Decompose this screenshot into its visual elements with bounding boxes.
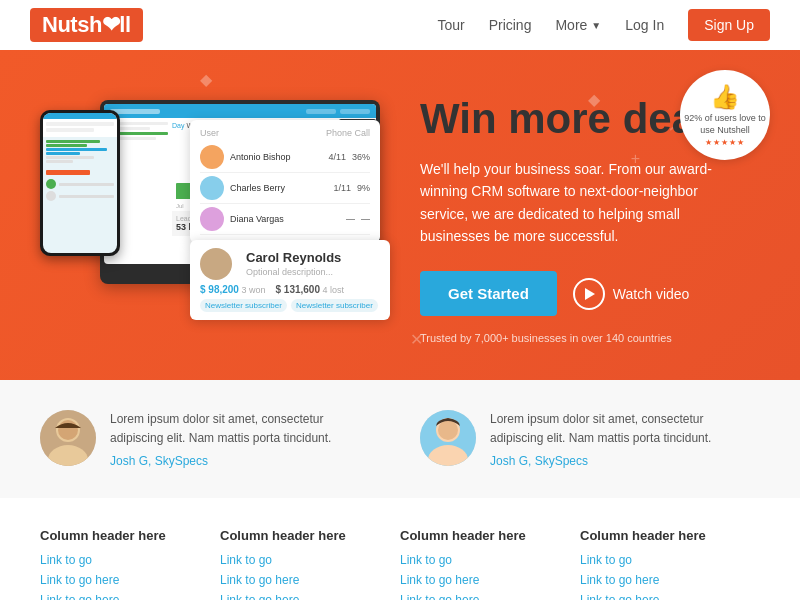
hero-content: 👍 92% of users love to use Nutshell ★★★★… <box>400 50 800 380</box>
footer-col-4: Column header here Link to go Link to go… <box>580 528 760 600</box>
avatar-svg-2 <box>420 410 476 466</box>
avatar-2 <box>200 176 224 200</box>
badge-text: 92% of users love to use Nutshell <box>680 113 770 136</box>
footer-link-1-0[interactable]: Link to go <box>40 553 220 567</box>
nav-tour[interactable]: Tour <box>437 17 464 33</box>
testimonials-section: Lorem ipsum dolor sit amet, consectetur … <box>0 380 800 498</box>
contact-desc: Optional description... <box>246 267 341 277</box>
phonecall-col-header: Phone Call <box>326 128 370 138</box>
user-row-2: Charles Berry 1/11 9% <box>200 173 370 204</box>
footer-links-section: Column header here Link to go Link to go… <box>0 498 800 600</box>
nav-more[interactable]: More ▼ <box>555 17 601 33</box>
stat-1b: 36% <box>352 152 370 162</box>
nav-login[interactable]: Log In <box>625 17 664 33</box>
footer-link-3-0[interactable]: Link to go <box>400 553 580 567</box>
play-icon <box>573 278 605 310</box>
footer-link-2-0[interactable]: Link to go <box>220 553 400 567</box>
avatar-1 <box>200 145 224 169</box>
testimonial-text-1: Lorem ipsum dolor sit amet, consectetur … <box>110 410 380 448</box>
contact-label2: 4 lost <box>323 285 345 295</box>
footer-col-header-2: Column header here <box>220 528 400 543</box>
testimonial-content-2: Lorem ipsum dolor sit amet, consectetur … <box>490 410 760 468</box>
hero-section: ◆ + ✕ ◆ + <box>0 50 800 380</box>
footer-col-header-1: Column header here <box>40 528 220 543</box>
footer-col-2: Column header here Link to go Link to go… <box>220 528 400 600</box>
logo[interactable]: Nutsh❤ll <box>30 8 143 42</box>
footer-col-header-4: Column header here <box>580 528 760 543</box>
footer-col-1: Column header here Link to go Link to go… <box>40 528 220 600</box>
testimonial-1: Lorem ipsum dolor sit amet, consectetur … <box>40 410 380 468</box>
footer-col-header-3: Column header here <box>400 528 580 543</box>
get-started-button[interactable]: Get Started <box>420 271 557 316</box>
avatar-testimonial-2 <box>420 410 476 466</box>
user-row-3: Diana Vargas — — <box>200 204 370 235</box>
user-name-1: Antonio Bishop <box>230 152 291 162</box>
contact-amount2: $ 131,600 <box>275 284 320 295</box>
user-stats-1: 4/11 36% <box>328 152 370 162</box>
footer-link-4-0[interactable]: Link to go <box>580 553 760 567</box>
stat-1a: 4/11 <box>328 152 346 162</box>
devices-mockup: Day Week Month Quarter Year <box>20 80 400 360</box>
card-header: User Phone Call <box>200 128 370 138</box>
watch-video-button[interactable]: Watch video <box>573 278 690 310</box>
watch-label: Watch video <box>613 286 690 302</box>
footer-link-1-2[interactable]: Link to go here <box>40 593 220 600</box>
contact-tag2: Newsletter subscriber <box>291 299 378 312</box>
testimonial-content-1: Lorem ipsum dolor sit amet, consectetur … <box>110 410 380 468</box>
nav-signup-button[interactable]: Sign Up <box>688 9 770 41</box>
footer-link-1-1[interactable]: Link to go here <box>40 573 220 587</box>
nav-links: Tour Pricing More ▼ Log In Sign Up <box>437 9 770 41</box>
love-badge: 👍 92% of users love to use Nutshell ★★★★… <box>680 70 770 160</box>
avatar-3 <box>200 207 224 231</box>
stat-2b: 9% <box>357 183 370 193</box>
avatar-testimonial-1 <box>40 410 96 466</box>
footer-link-3-2[interactable]: Link to go here <box>400 593 580 600</box>
nav-pricing[interactable]: Pricing <box>489 17 532 33</box>
svg-point-8 <box>438 420 458 440</box>
thumbs-up-icon: 👍 <box>710 83 740 111</box>
logo-text: Nutsh❤ll <box>42 12 131 37</box>
testimonial-author-2[interactable]: Josh G, SkySpecs <box>490 454 760 468</box>
contact-avatar <box>200 248 232 280</box>
footer-link-4-2[interactable]: Link to go here <box>580 593 760 600</box>
contact-amount1: $ 98,200 <box>200 284 239 295</box>
phone-mockup <box>40 110 120 256</box>
stat-3a: — <box>346 214 355 224</box>
users-card: User Phone Call Antonio Bishop 4/11 36% … <box>190 120 380 243</box>
user-name-2: Charles Berry <box>230 183 285 193</box>
badge-stars: ★★★★★ <box>705 138 745 147</box>
stat-3b: — <box>361 214 370 224</box>
contact-tag1: Newsletter subscriber <box>200 299 287 312</box>
footer-link-2-2[interactable]: Link to go here <box>220 593 400 600</box>
footer-link-4-1[interactable]: Link to go here <box>580 573 760 587</box>
user-row-1: Antonio Bishop 4/11 36% <box>200 142 370 173</box>
contact-card: Carol Reynolds Optional description... $… <box>190 240 390 320</box>
contact-name: Carol Reynolds <box>246 250 341 265</box>
user-stats-2: 1/11 9% <box>333 183 370 193</box>
user-name-3: Diana Vargas <box>230 214 284 224</box>
trusted-text: Trusted by 7,000+ businesses in over 140… <box>420 332 760 344</box>
phone-screen <box>43 113 117 253</box>
testimonial-text-2: Lorem ipsum dolor sit amet, consectetur … <box>490 410 760 448</box>
hero-subtitle: We'll help your business soar. From our … <box>420 158 740 248</box>
footer-col-3: Column header here Link to go Link to go… <box>400 528 580 600</box>
footer-link-2-1[interactable]: Link to go here <box>220 573 400 587</box>
navbar: Nutsh❤ll Tour Pricing More ▼ Log In Sign… <box>0 0 800 50</box>
user-stats-3: — — <box>346 214 370 224</box>
user-col-header: User <box>200 128 219 138</box>
avatar-svg-1 <box>40 410 96 466</box>
nav-more-label: More <box>555 17 587 33</box>
chevron-down-icon: ▼ <box>591 20 601 31</box>
hero-buttons: Get Started Watch video <box>420 271 760 316</box>
testimonial-author-1[interactable]: Josh G, SkySpecs <box>110 454 380 468</box>
footer-link-3-1[interactable]: Link to go here <box>400 573 580 587</box>
stat-2a: 1/11 <box>333 183 351 193</box>
hero-devices: Day Week Month Quarter Year <box>0 50 400 380</box>
testimonial-2: Lorem ipsum dolor sit amet, consectetur … <box>420 410 760 468</box>
contact-label1: 3 won <box>241 285 265 295</box>
